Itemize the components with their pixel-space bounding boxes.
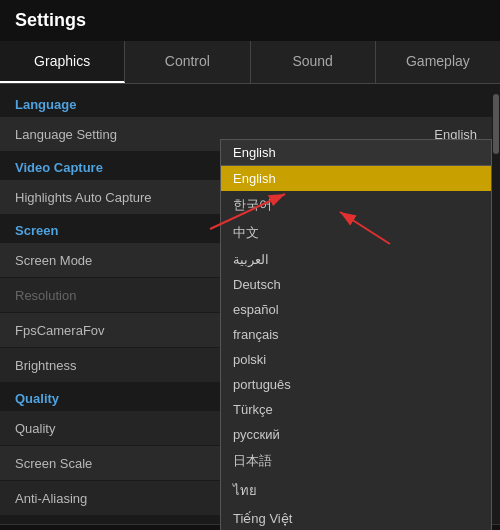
- language-dropdown[interactable]: English English 한국어 中文 العربية Deutsch e…: [220, 139, 492, 530]
- dropdown-item-german[interactable]: Deutsch: [221, 272, 491, 297]
- section-language: Language: [0, 89, 492, 116]
- tab-graphics[interactable]: Graphics: [0, 41, 125, 83]
- dropdown-item-russian[interactable]: русский: [221, 422, 491, 447]
- dropdown-item-spanish[interactable]: español: [221, 297, 491, 322]
- tabs-container: Graphics Control Sound Gameplay: [0, 41, 500, 84]
- dropdown-item-portuguese[interactable]: português: [221, 372, 491, 397]
- content-area: Language Language Setting English Video …: [0, 84, 500, 524]
- dropdown-item-arabic[interactable]: العربية: [221, 247, 491, 272]
- dropdown-item-polish[interactable]: polski: [221, 347, 491, 372]
- dropdown-item-french[interactable]: français: [221, 322, 491, 347]
- title-bar: Settings: [0, 0, 500, 41]
- tab-gameplay[interactable]: Gameplay: [376, 41, 500, 83]
- dropdown-item-thai[interactable]: ไทย: [221, 475, 491, 506]
- settings-title: Settings: [15, 10, 86, 30]
- dropdown-item-english-highlighted[interactable]: English: [221, 166, 491, 191]
- tab-sound[interactable]: Sound: [251, 41, 376, 83]
- scrollbar-thumb[interactable]: [493, 94, 499, 154]
- dropdown-item-english-top[interactable]: English: [221, 140, 491, 166]
- dropdown-item-turkish[interactable]: Türkçe: [221, 397, 491, 422]
- dropdown-item-japanese[interactable]: 日本語: [221, 447, 491, 475]
- dropdown-item-chinese[interactable]: 中文: [221, 219, 491, 247]
- tab-control[interactable]: Control: [125, 41, 250, 83]
- dropdown-item-vietnamese[interactable]: Tiếng Việt: [221, 506, 491, 530]
- dropdown-item-korean[interactable]: 한국어: [221, 191, 491, 219]
- scrollbar[interactable]: [492, 84, 500, 524]
